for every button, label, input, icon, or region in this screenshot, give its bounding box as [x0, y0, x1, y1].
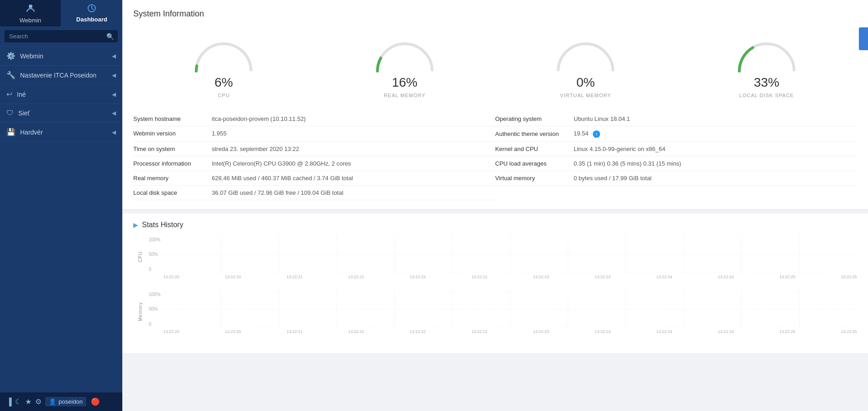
dashboard-label: Dashboard — [76, 16, 107, 23]
info-value: 628.46 MiB used / 460.37 MiB cached / 3.… — [212, 175, 353, 182]
cpu-gauge-value: 6% — [214, 75, 233, 90]
x-label: 13:22:24 — [656, 329, 672, 334]
chevron-icon: ◀ — [112, 129, 116, 135]
info-label: Time on system — [133, 146, 206, 152]
info-label: Real memory — [133, 175, 206, 182]
sidebar-item-nastavenie[interactable]: 🔧 Nastavenie ITCA Poseidon ◀ — [0, 66, 122, 85]
table-row — [495, 186, 857, 200]
activity-icon[interactable]: ▐ — [6, 398, 11, 406]
x-label: 13:22:23 — [533, 275, 549, 279]
memory-chart-label: Memory — [133, 291, 147, 332]
x-label: 13:22:22 — [471, 329, 487, 334]
info-label: Processor information — [133, 160, 206, 167]
table-row: System hostname itca-poseidon-provem (10… — [133, 112, 495, 126]
info-label: CPU load averages — [495, 160, 568, 167]
webmin-nav-icon: ⚙️ — [6, 52, 16, 60]
user-badge[interactable]: 👤 poseidon — [45, 397, 86, 406]
info-icon[interactable]: i — [593, 130, 600, 138]
ine-nav-icon: ↩ — [6, 90, 12, 99]
chevron-icon: ◀ — [112, 53, 116, 59]
x-label: 13:22:25 — [841, 275, 857, 279]
cpu-chart-label: CPU — [133, 236, 147, 277]
cpu-y-0: 0 — [149, 267, 162, 272]
stats-title-row: ▶ Stats History — [133, 221, 857, 229]
x-label: 13:22:22 — [410, 275, 426, 279]
sidebar-item-label: Webmin — [20, 52, 43, 60]
table-row: CPU load averages 0.35 (1 min) 0.36 (5 m… — [495, 156, 857, 171]
webmin-logo[interactable]: Webmin — [0, 0, 61, 26]
x-label: 13:22:22 — [410, 329, 426, 334]
siet-nav-icon: 🛡 — [6, 109, 14, 117]
virtual-memory-gauge-value: 0% — [576, 75, 595, 90]
chevron-icon: ◀ — [112, 91, 116, 98]
cpu-y-100: 100% — [149, 237, 162, 242]
table-row: Processor information Intel(R) Celeron(R… — [133, 156, 495, 171]
sidebar-collapse-indicator[interactable] — [859, 27, 868, 50]
gear-icon[interactable]: ⚙ — [35, 397, 42, 406]
table-row: Local disk space 36.07 GiB used / 72.96 … — [133, 186, 495, 200]
info-label: Virtual memory — [495, 175, 568, 182]
mem-y-0: 0 — [149, 322, 162, 327]
info-value: Intel(R) Celeron(R) CPU G3900 @ 2.80GHz,… — [212, 160, 351, 167]
sidebar-item-label: Hardvér — [20, 129, 43, 136]
search-icon[interactable]: 🔍 — [106, 33, 114, 40]
x-label: 13:22:25 — [779, 275, 795, 279]
sidebar-item-webmin[interactable]: ⚙️ Webmin ◀ — [0, 47, 122, 66]
mem-y-50: 50% — [149, 307, 162, 312]
info-value: 1.955 — [212, 130, 227, 137]
nastavenie-nav-icon: 🔧 — [6, 71, 16, 79]
sidebar-item-hardver[interactable]: 💾 Hardvér ◀ — [0, 123, 122, 142]
hardver-nav-icon: 💾 — [6, 128, 16, 136]
system-info-table: System hostname itca-poseidon-provem (10… — [133, 112, 857, 200]
info-value: streda 23. september 2020 13:22 — [212, 146, 299, 152]
x-label: 13:22:21 — [348, 275, 364, 279]
table-row: Time on system streda 23. september 2020… — [133, 142, 495, 156]
real-memory-gauge-label: REAL MEMORY — [384, 93, 426, 98]
x-label: 13:22:22 — [471, 275, 487, 279]
system-info-card: System Information 6% CPU — [122, 0, 868, 210]
local-disk-gauge-value: 33% — [754, 75, 779, 90]
logout-icon[interactable]: 🔴 — [91, 397, 100, 406]
info-label: Authentic theme version — [495, 130, 568, 137]
collapse-arrow-icon[interactable]: ▶ — [133, 221, 138, 229]
sidebar-item-ine[interactable]: ↩ Iné ◀ — [0, 85, 122, 104]
chevron-icon: ◀ — [112, 110, 116, 116]
dashboard-tab[interactable]: Dashboard — [61, 0, 122, 26]
sidebar-item-label: Sieť — [18, 109, 30, 117]
x-label: 13:22:23 — [533, 329, 549, 334]
info-value: itca-poseidon-provem (10.10.11.52) — [212, 115, 306, 122]
x-label: 13:22:24 — [656, 275, 672, 279]
memory-xaxis: 13:22:20 13:22:20 13:22:21 13:22:21 13:2… — [147, 328, 857, 334]
info-label: System hostname — [133, 115, 206, 122]
table-row: Webmin version 1.955 — [133, 126, 495, 142]
table-row: Virtual memory 0 bytes used / 17.99 GiB … — [495, 171, 857, 186]
info-label: Local disk space — [133, 189, 206, 196]
cpu-xaxis: 13:22:20 13:22:20 13:22:21 13:22:21 13:2… — [147, 274, 857, 279]
star-icon[interactable]: ★ — [25, 397, 31, 406]
cpu-chart-row: CPU 100% 50% 0 — [133, 236, 857, 277]
cpu-chart-area: 100% 50% 0 — [147, 236, 857, 277]
chevron-icon: ◀ — [112, 72, 116, 78]
mem-y-100: 100% — [149, 292, 162, 297]
sidebar-header: Webmin Dashboard — [0, 0, 122, 26]
x-label: 13:22:21 — [287, 275, 303, 279]
info-value: Linux 4.15.0-99-generic on x86_64 — [574, 146, 665, 152]
sidebar-item-siet[interactable]: 🛡 Sieť ◀ — [0, 104, 122, 123]
table-row: Operating system Ubuntu Linux 18.04.1 — [495, 112, 857, 126]
gauges-row: 6% CPU 16% REAL MEMORY — [133, 28, 857, 107]
info-value: 0 bytes used / 17.99 GiB total — [574, 175, 652, 182]
cpu-y-50: 50% — [149, 252, 162, 257]
x-label: 13:22:24 — [718, 329, 734, 334]
search-input[interactable] — [5, 30, 118, 42]
x-label: 13:22:20 — [163, 329, 179, 334]
x-label: 13:22:23 — [595, 275, 611, 279]
x-label: 13:22:24 — [718, 275, 734, 279]
memory-chart-svg — [163, 291, 857, 328]
table-row: Real memory 628.46 MiB used / 460.37 MiB… — [133, 171, 495, 186]
table-row: Authentic theme version 19.54 i — [495, 126, 857, 142]
moon-icon[interactable]: ☾ — [15, 397, 21, 406]
x-label: 13:22:25 — [841, 329, 857, 334]
x-label: 13:22:23 — [595, 329, 611, 334]
sidebar: Webmin Dashboard 🔍 ⚙️ Webmin — [0, 0, 122, 411]
webmin-logo-icon — [25, 3, 36, 16]
